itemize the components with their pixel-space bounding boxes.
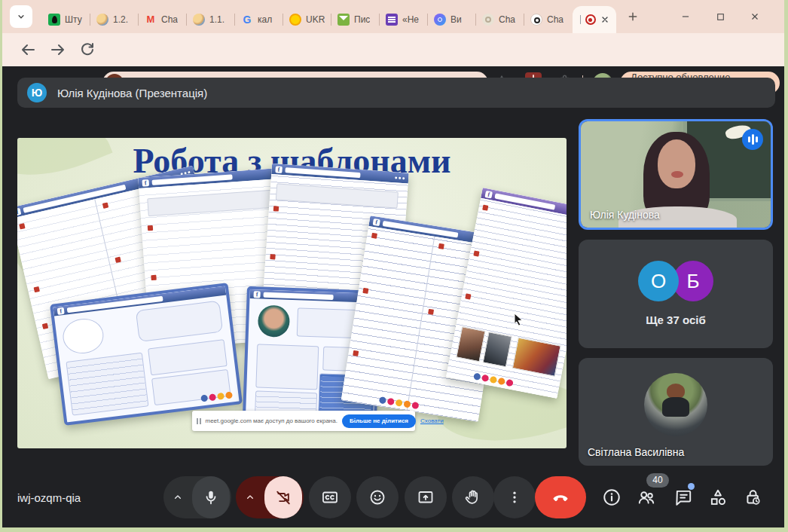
template-screenshot: f	[50, 283, 243, 426]
tab-1-2[interactable]: 1.2.	[90, 6, 138, 33]
back-arrow-icon	[19, 41, 37, 59]
participant-name: Світлана Василівна	[588, 446, 684, 458]
mic-toggle-button[interactable]	[192, 476, 230, 518]
stop-sharing-button[interactable]: Більше не ділитися	[342, 414, 416, 428]
overflow-avatars: О Б	[579, 261, 773, 301]
end-call-button[interactable]	[535, 476, 586, 518]
mouse-cursor	[513, 313, 525, 326]
tab-divider	[580, 15, 581, 24]
chatgpt-dark-icon	[530, 14, 542, 26]
activities-shapes-icon	[708, 488, 728, 507]
present-icon	[417, 488, 435, 506]
camera-control	[236, 476, 304, 518]
tab-vy[interactable]: Ви	[427, 6, 475, 33]
people-count-badge: 40	[646, 473, 669, 488]
smiley-icon	[368, 488, 386, 506]
tab-recording-indicator-icon	[585, 14, 596, 25]
participant-photo-avatar	[644, 373, 707, 436]
chatgpt-light-icon	[482, 14, 494, 26]
avatar-person-body	[662, 397, 689, 417]
chat-notification-dot	[688, 483, 695, 490]
minimize-icon	[680, 11, 691, 22]
forward-button[interactable]	[49, 41, 67, 62]
tab-list: Шту 1.2. MCha 1.1. Gкал UKR Пис «Не Ви C…	[41, 6, 572, 33]
close-icon	[750, 11, 760, 22]
tab-1-1[interactable]: 1.1.	[186, 6, 234, 33]
presenter-avatar: Ю	[27, 83, 47, 102]
hide-notice-link[interactable]: Сховати	[420, 417, 444, 424]
tab-gmail[interactable]: MCha	[138, 6, 186, 33]
chat-button[interactable]	[673, 488, 693, 507]
participant-video-tile[interactable]: Юлія Кудінова	[579, 119, 773, 230]
more-options-button[interactable]	[493, 476, 536, 518]
tab-label: Ви	[451, 14, 462, 25]
tab-doc[interactable]: «Не	[379, 6, 427, 33]
green-mail-icon	[337, 14, 350, 26]
tab-chatgpt-2[interactable]: Cha	[524, 6, 572, 33]
presenter-banner: Ю Юлія Кудінова (Презентація)	[17, 78, 775, 108]
tab-label: «Не	[402, 14, 419, 25]
participant-initial-avatar: О	[638, 261, 679, 301]
tab-mail[interactable]: Пис	[331, 6, 379, 33]
tab-calendar[interactable]: Gкал	[234, 6, 283, 33]
forward-arrow-icon	[49, 41, 67, 59]
window-maximize-button[interactable]	[709, 5, 731, 28]
active-tab-meet[interactable]	[573, 6, 616, 33]
end-call-phone-icon	[551, 488, 570, 507]
tab-shtu[interactable]: Шту	[41, 6, 90, 33]
gmail-icon: M	[145, 14, 157, 26]
present-screen-button[interactable]	[405, 476, 447, 518]
host-controls-button[interactable]	[744, 488, 763, 507]
camera-toggle-button[interactable]	[264, 476, 302, 518]
captions-button[interactable]	[309, 476, 351, 518]
activities-button[interactable]	[708, 488, 728, 507]
person-face	[658, 139, 695, 188]
window-minimize-button[interactable]	[674, 5, 697, 28]
audio-speaking-indicator	[742, 129, 763, 150]
plus-icon	[627, 11, 639, 23]
more-participants-label: Ще 37 осіб	[579, 313, 773, 326]
raise-hand-button[interactable]	[452, 476, 494, 518]
presentation-slide: Робота з шаблонами f f f f	[17, 138, 567, 448]
reload-button[interactable]	[78, 41, 96, 62]
ukrnet-icon	[289, 14, 301, 26]
participant-avatar-tile[interactable]: Світлана Василівна	[579, 358, 773, 466]
window-close-button[interactable]	[744, 5, 766, 28]
captions-icon	[321, 488, 339, 506]
tab-label: Пис	[354, 14, 370, 25]
flame-icon	[48, 14, 60, 26]
tab-close-icon[interactable]	[600, 15, 609, 24]
lock-icon	[744, 488, 763, 507]
tab-label: 1.1.	[209, 14, 224, 25]
browser-toolbar: meet.google.com/iwj-ozqm-qia 343 Доступн…	[2, 33, 784, 66]
tab-label: 1.2.	[113, 14, 128, 25]
people-icon	[637, 488, 656, 507]
pause-icon	[197, 418, 201, 424]
chevron-up-icon	[172, 491, 184, 503]
participant-initial-avatar: Б	[673, 261, 713, 301]
hand-icon	[464, 488, 482, 506]
tab-label: Шту	[65, 14, 82, 25]
tab-label: кал	[258, 14, 272, 25]
meeting-code: iwj-ozqm-qia	[17, 491, 81, 504]
camera-off-icon	[275, 489, 292, 506]
mic-icon	[203, 489, 219, 506]
purple-clock-icon	[434, 14, 446, 26]
mic-options-button[interactable]	[163, 491, 192, 503]
screenshot-root: Шту 1.2. MCha 1.1. Gкал UKR Пис «Не Ви C…	[0, 0, 788, 532]
avatar-person-head	[667, 384, 685, 399]
meeting-details-button[interactable]	[602, 488, 622, 507]
tab-label: Cha	[547, 14, 564, 25]
tab-search-button[interactable]	[10, 5, 32, 28]
overflow-participants-tile[interactable]: О Б Ще 37 осіб	[579, 240, 773, 348]
show-people-button[interactable]	[637, 488, 656, 507]
chevron-up-icon	[244, 491, 256, 503]
camera-options-button[interactable]	[236, 491, 264, 503]
tab-ukrnet[interactable]: UKR	[283, 6, 331, 33]
reactions-button[interactable]	[356, 476, 399, 518]
tab-chatgpt-1[interactable]: Cha	[475, 6, 524, 33]
maximize-icon	[716, 12, 725, 22]
tab-label: UKR	[306, 14, 325, 25]
back-button[interactable]	[19, 41, 37, 62]
new-tab-button[interactable]	[622, 5, 644, 28]
